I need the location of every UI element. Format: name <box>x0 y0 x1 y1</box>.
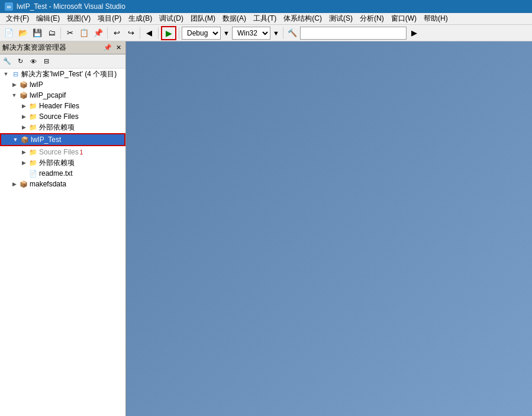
lwip-test-highlight-box: ▼ 📦 lwIP_Test <box>0 133 125 146</box>
source-files-pcapif-item[interactable]: ▶ 📁 Source Files <box>0 111 125 122</box>
makefsdata-arrow: ▶ <box>9 181 19 187</box>
sep2 <box>107 27 108 39</box>
show-all-btn[interactable]: 👁 <box>27 56 39 67</box>
source-files-pcapif-label: Source Files <box>39 112 79 121</box>
sep3 <box>140 27 140 39</box>
lwip-test-arrow: ▼ <box>11 137 20 143</box>
solution-icon: ⊟ <box>11 69 20 79</box>
sep5 <box>179 27 179 39</box>
menu-view[interactable]: 视图(V) <box>63 13 94 24</box>
refresh-btn[interactable]: ↻ <box>14 56 26 67</box>
undo-btn[interactable]: ↩ <box>110 27 123 40</box>
header-files-icon: 📁 <box>28 101 38 111</box>
sep4 <box>158 27 159 39</box>
paste-btn[interactable]: 📌 <box>92 27 105 40</box>
readme-label: readme.txt <box>39 169 73 178</box>
solution-explorer-title: 解决方案资源管理器 <box>2 43 66 53</box>
solution-explorer-header: 解决方案资源管理器 📌 ✕ <box>0 41 125 54</box>
menu-tools[interactable]: 工具(T) <box>250 13 280 24</box>
platform-select[interactable]: Win32 <box>232 27 270 40</box>
lwip-pcapif-item[interactable]: ▼ 📦 lwIP_pcapif <box>0 90 125 101</box>
ext-deps-pcapif-arrow: ▶ <box>19 124 28 130</box>
lwip-label: lwIP <box>30 80 43 89</box>
solution-tree[interactable]: ▼ ⊟ 解决方案'lwIP_Test' (4 个项目) ▶ 📦 lwIP ▼ 📦… <box>0 69 125 416</box>
source-files-test-item[interactable]: ▶ 📁 Source Files 1 <box>0 147 125 157</box>
debug-mode-select[interactable]: Debug <box>182 27 221 40</box>
solution-expand-arrow: ▼ <box>1 71 11 77</box>
external-deps-pcapif-item[interactable]: ▶ 📁 外部依赖项 <box>0 122 125 133</box>
ext-deps-test-icon: 📁 <box>28 158 38 167</box>
source-files-test-arrow: ▶ <box>19 149 28 155</box>
makefsdata-label: makefsdata <box>30 180 66 188</box>
readme-item[interactable]: ▶ 📄 readme.txt <box>0 168 125 179</box>
lwip-pcapif-arrow: ▼ <box>9 92 19 98</box>
menu-build[interactable]: 生成(B) <box>125 13 156 24</box>
menu-help[interactable]: 帮助(H) <box>420 13 452 24</box>
search-input[interactable] <box>300 27 407 40</box>
props-btn[interactable]: 🔧 <box>1 56 13 67</box>
makefsdata-icon: 📦 <box>19 179 28 189</box>
menu-window[interactable]: 窗口(W) <box>388 13 420 24</box>
copy-btn[interactable]: 📋 <box>78 27 91 40</box>
solution-explorer-toolbar: 🔧 ↻ 👁 ⊟ <box>0 54 125 69</box>
makefsdata-item[interactable]: ▶ 📦 makefsdata <box>0 179 125 189</box>
source-files-test-label: Source Files <box>39 148 79 156</box>
lwip-test-icon: 📦 <box>20 135 30 144</box>
menu-edit[interactable]: 编辑(E) <box>33 13 63 24</box>
close-panel-btn[interactable]: ✕ <box>114 43 123 53</box>
save-all-btn[interactable]: 🗂 <box>45 27 58 40</box>
ext-deps-pcapif-icon: 📁 <box>28 122 38 132</box>
header-files-label: Header Files <box>39 102 79 110</box>
save-btn[interactable]: 💾 <box>31 27 44 40</box>
menu-project[interactable]: 项目(P) <box>94 13 125 24</box>
menu-file[interactable]: 文件(F) <box>2 13 33 24</box>
readme-icon: 📄 <box>28 169 38 178</box>
source-files-test-icon: 📁 <box>28 147 38 157</box>
menu-team[interactable]: 团队(M) <box>187 13 219 24</box>
menu-debug[interactable]: 调试(D) <box>156 13 187 24</box>
solution-explorer-panel: 解决方案资源管理器 📌 ✕ 🔧 ↻ 👁 ⊟ ▼ ⊟ 解决方案'lwIP_Test… <box>0 41 126 416</box>
toolbar: 📄 📂 💾 🗂 ✂ 📋 📌 ↩ ↪ ◀ ▶ Debug ▼ Win32 ▼ 🔨 … <box>0 25 532 41</box>
title-bar: ∞ lwIP_Test - Microsoft Visual Studio <box>0 0 532 13</box>
lwip-arrow: ▶ <box>9 82 19 88</box>
search-go-btn[interactable]: ▶ <box>408 27 421 40</box>
cut-btn[interactable]: ✂ <box>63 27 76 40</box>
lwip-test-item[interactable]: ▼ 📦 lwIP_Test <box>1 134 124 145</box>
source-files-pcapif-arrow: ▶ <box>19 114 28 120</box>
lwip-proj-icon: 📦 <box>19 80 28 89</box>
redo-btn[interactable]: ↪ <box>124 27 137 40</box>
solution-root-item[interactable]: ▼ ⊟ 解决方案'lwIP_Test' (4 个项目) <box>0 69 125 79</box>
ext-deps-pcapif-label: 外部依赖项 <box>39 122 75 133</box>
sep1 <box>60 27 61 39</box>
build-btn[interactable]: 🔨 <box>286 27 299 40</box>
solution-label: 解决方案'lwIP_Test' (4 个项目) <box>21 69 117 79</box>
menu-bar: 文件(F) 编辑(E) 视图(V) 项目(P) 生成(B) 调试(D) 团队(M… <box>0 13 532 25</box>
lwip-project-item[interactable]: ▶ 📦 lwIP <box>0 79 125 90</box>
source-files-pcapif-icon: 📁 <box>28 112 38 121</box>
sep6 <box>283 27 283 39</box>
main-layout: 解决方案资源管理器 📌 ✕ 🔧 ↻ 👁 ⊟ ▼ ⊟ 解决方案'lwIP_Test… <box>0 41 532 416</box>
play-icon: ▶ <box>166 28 172 38</box>
panel-header-buttons: 📌 ✕ <box>103 43 123 53</box>
ext-deps-test-arrow: ▶ <box>19 160 28 166</box>
open-btn[interactable]: 📂 <box>17 27 30 40</box>
pin-btn[interactable]: 📌 <box>103 43 112 53</box>
app-icon: ∞ <box>5 2 13 11</box>
collapse-btn[interactable]: ⊟ <box>40 56 52 67</box>
external-deps-test-item[interactable]: ▶ 📁 外部依赖项 <box>0 157 125 168</box>
new-project-btn[interactable]: 📄 <box>2 27 15 40</box>
menu-arch[interactable]: 体系结构(C) <box>280 13 325 24</box>
menu-analyze[interactable]: 分析(N) <box>356 13 388 24</box>
editor-area <box>126 41 532 416</box>
ext-deps-test-label: 外部依赖项 <box>39 158 75 168</box>
menu-test[interactable]: 测试(S) <box>325 13 356 24</box>
lwip-pcapif-label: lwIP_pcapif <box>30 91 66 99</box>
header-files-item[interactable]: ▶ 📁 Header Files <box>0 101 125 111</box>
header-files-arrow: ▶ <box>19 103 28 109</box>
nav-back-btn[interactable]: ◀ <box>143 27 156 40</box>
window-title: lwIP_Test - Microsoft Visual Studio <box>17 2 125 11</box>
menu-data[interactable]: 数据(A) <box>219 13 250 24</box>
source-files-num: 1 <box>80 149 83 156</box>
lwip-test-label: lwIP_Test <box>31 136 61 144</box>
play-btn[interactable]: ▶ <box>162 27 175 40</box>
